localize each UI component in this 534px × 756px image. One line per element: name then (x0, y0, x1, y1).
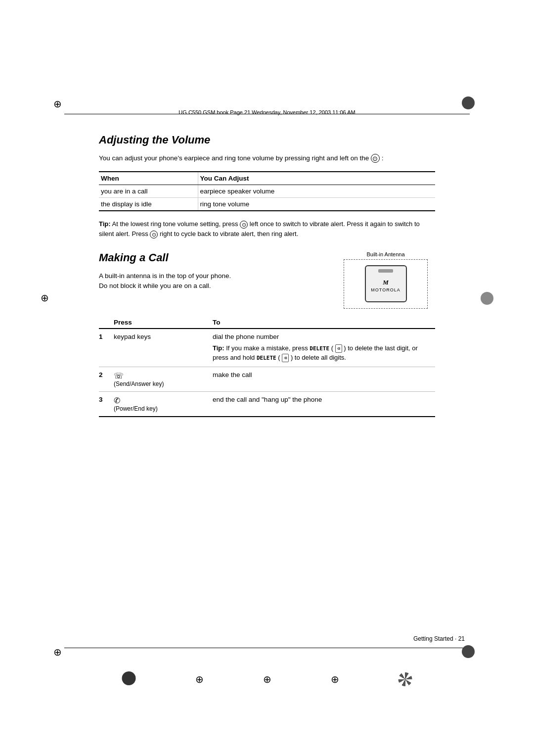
table-row: 2 ☏ (Send/Answer key) make the call (99, 367, 435, 391)
delete-key-icon1: ⌫ (335, 344, 342, 353)
delete-key-icon2: ⌫ (282, 354, 289, 362)
bottom-crosshair-2: ⊕ (263, 673, 271, 685)
table-cell-when-2: the display is idle (99, 198, 198, 211)
phone-logo: M (383, 279, 389, 286)
volume-table: When You Can Adjust you are in a call ea… (99, 171, 435, 211)
phone-diagram: M MOTOROLA (344, 259, 428, 309)
nav-key-icon: ⊙ (371, 154, 380, 163)
reg-mark-bottom-right-circle (462, 645, 475, 660)
row1-tip: Tip: If you make a mistake, press DELETE… (213, 343, 431, 363)
press-row2-num: 2 (99, 367, 114, 391)
bottom-mark-2 (399, 672, 412, 686)
footer-text: Getting Started · 21 (413, 635, 465, 642)
book-info-text: UG.C550.GSM.book Page 21 Wednesday, Nove… (178, 109, 355, 115)
footer: Getting Started · 21 (99, 635, 465, 642)
intro-text-content: You can adjust your phone's earpiece and… (99, 154, 369, 162)
reg-mark-left-mid: ⊕ (41, 292, 49, 304)
to-header-text: To (213, 319, 221, 326)
reg-mark-top-right-circle (462, 96, 475, 111)
main-content: Adjusting the Volume You can adjust your… (99, 134, 435, 417)
reg-mark-bottom-left: ⊕ (53, 646, 62, 658)
send-key-label: (Send/Answer key) (114, 380, 209, 387)
delete-key-label2: DELETE (257, 355, 276, 361)
press-row3-num: 3 (99, 391, 114, 417)
bottom-circle-pattern (399, 672, 412, 686)
table-col2-header: You Can Adjust (198, 172, 435, 185)
reg-mark-top-left: ⊕ (53, 98, 62, 110)
press-table-to-header: To (213, 317, 435, 329)
nav-key-icon-tip2: ⊙ (150, 231, 158, 238)
header-book-info: UG.C550.GSM.book Page 21 Wednesday, Nove… (99, 108, 435, 117)
phone-body: M MOTOROLA (365, 265, 407, 302)
table-row: the display is idle ring tone volume (99, 198, 435, 211)
press-header-text: Press (114, 319, 132, 326)
table-col1-header: When (99, 172, 198, 185)
section1-intro: You can adjust your phone's earpiece and… (99, 153, 435, 163)
table-cell-adjust-2: ring tone volume (198, 198, 435, 211)
press-row1-press: keypad keys (114, 329, 213, 367)
delete-key-label: DELETE (310, 345, 329, 352)
bottom-mark-1 (122, 671, 136, 687)
phone-speaker (378, 269, 393, 273)
section1-tip: Tip: At the lowest ring tone volume sett… (99, 219, 435, 239)
bottom-crosshair-1: ⊕ (195, 673, 204, 685)
power-key-icon: ✆ (114, 396, 120, 405)
press-row3-press: ✆ (Power/End key) (114, 391, 213, 417)
bottom-crosshair-3: ⊕ (331, 673, 339, 685)
press-row3-to: end the call and "hang up" the phone (213, 391, 435, 417)
press-row1-num: 1 (99, 329, 114, 367)
page: ⊕ UG.C550.GSM.book Page 21 Wednesday, No… (0, 0, 534, 756)
press-to-table: Press To 1 keypad keys dial the phone nu… (99, 317, 435, 417)
table-row: 1 keypad keys dial the phone number Tip:… (99, 329, 435, 367)
tip-label: Tip: (99, 220, 111, 228)
press-row2-press: ☏ (Send/Answer key) (114, 367, 213, 391)
press-row2-to: make the call (213, 367, 435, 391)
tip-content: At the lowest ring tone volume setting, … (112, 220, 240, 228)
section2-title: Making a Call (99, 251, 316, 264)
making-call-left: Making a Call A built-in antenna is in t… (99, 251, 316, 292)
making-call-header: Making a Call A built-in antenna is in t… (99, 251, 435, 309)
nav-key-icon-tip1: ⊙ (240, 221, 248, 229)
power-key-label: (Power/End key) (114, 405, 209, 412)
making-call-section: Making a Call A built-in antenna is in t… (99, 251, 435, 417)
tip-content-3: right to cycle back to vibrate alert, th… (160, 230, 298, 237)
section1-title: Adjusting the Volume (99, 134, 435, 146)
press-table-num-header (99, 317, 114, 329)
press-row1-to: dial the phone number Tip: If you make a… (213, 329, 435, 367)
reg-mark-right-mid (481, 292, 493, 306)
footer-rule (64, 648, 470, 648)
press-table-header-row: Press To (99, 317, 435, 329)
press-table-press-header: Press (114, 317, 213, 329)
section2-body-text: A built-in antenna is in the top of your… (99, 271, 316, 292)
table-cell-when-1: you are in a call (99, 185, 198, 198)
table-cell-adjust-1: earpiece speaker volume (198, 185, 435, 198)
bottom-marks-row: ⊕ ⊕ ⊕ (122, 671, 412, 687)
antenna-label: Built-in Antenna (336, 251, 435, 257)
phone-brand: MOTOROLA (371, 287, 400, 292)
adjusting-volume-section: Adjusting the Volume You can adjust your… (99, 134, 435, 239)
making-call-right: Built-in Antenna M MOTOROLA (336, 251, 435, 309)
send-key-icon: ☏ (114, 372, 124, 380)
table-row: you are in a call earpiece speaker volum… (99, 185, 435, 198)
table-row: 3 ✆ (Power/End key) end the call and "ha… (99, 391, 435, 417)
